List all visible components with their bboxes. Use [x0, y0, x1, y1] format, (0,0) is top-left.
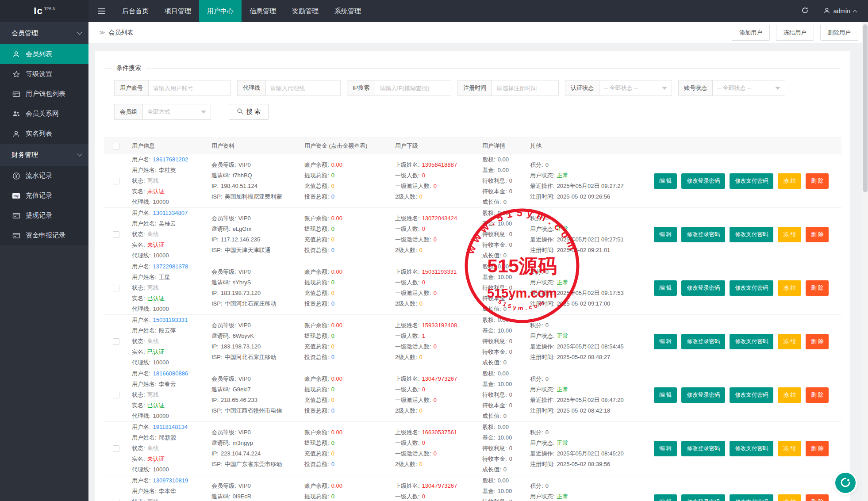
- freeze-button[interactable]: 冻 结: [778, 494, 801, 501]
- sidebar-item-user-wallets[interactable]: 用户钱包列表: [0, 84, 88, 104]
- change-login-password-button[interactable]: 修改登录密码: [681, 441, 725, 456]
- change-login-password-button[interactable]: 修改登录密码: [681, 173, 725, 189]
- balance-link[interactable]: 0.00: [331, 215, 342, 222]
- freeze-button[interactable]: 冻 结: [778, 334, 801, 349]
- change-pay-password-button[interactable]: 修改支付密码: [730, 334, 773, 349]
- row-checkbox[interactable]: [113, 445, 119, 452]
- cell-user-profile: 会员等级:VIP0 邀请码:sYhryS IP:183.198.73.120 I…: [208, 267, 301, 309]
- edit-button[interactable]: 编 辑: [654, 441, 677, 456]
- verify-status-select[interactable]: -- 全部状态 --: [599, 80, 672, 96]
- member-group-select[interactable]: 全部方式: [142, 104, 211, 120]
- balance-link[interactable]: 0.00: [331, 322, 342, 329]
- sidebar-item-recharge-records[interactable]: Pay 充值记录: [0, 186, 88, 206]
- sidebar-item-fund-declare-records[interactable]: 资金申报记录: [0, 226, 88, 245]
- freeze-button[interactable]: 冻 结: [778, 387, 801, 403]
- username-link[interactable]: 13011334807: [153, 210, 188, 216]
- username-link[interactable]: 13097310819: [153, 477, 188, 484]
- row-checkbox[interactable]: [113, 338, 119, 345]
- refresh-button[interactable]: [794, 0, 816, 22]
- username-link[interactable]: 18166080886: [153, 370, 188, 377]
- scrollbar-thumb[interactable]: [863, 24, 868, 192]
- change-pay-password-button[interactable]: 修改支付密码: [730, 441, 773, 456]
- row-checkbox[interactable]: [113, 499, 119, 501]
- paypal-badge-icon: Pay: [12, 191, 20, 200]
- floating-theme-button[interactable]: [835, 473, 856, 493]
- change-pay-password-button[interactable]: 修改支付密码: [730, 173, 773, 189]
- username-link[interactable]: 18617681202: [153, 156, 188, 163]
- freeze-button[interactable]: 冻 结: [778, 227, 801, 242]
- nav-item-dashboard[interactable]: 后台首页: [114, 0, 157, 22]
- freeze-user-button[interactable]: 冻结用户: [776, 25, 814, 41]
- user-account-input[interactable]: [148, 80, 231, 96]
- change-pay-password-button[interactable]: 修改支付密码: [730, 227, 773, 242]
- change-pay-password-button[interactable]: 修改支付密码: [730, 280, 773, 296]
- freeze-button[interactable]: 冻 结: [778, 280, 801, 296]
- balance-link[interactable]: 0.00: [331, 161, 342, 168]
- ip-search-input[interactable]: [375, 80, 451, 96]
- delete-button[interactable]: 删 除: [806, 173, 829, 189]
- delete-user-button[interactable]: 删除用户: [820, 25, 858, 41]
- change-pay-password-button[interactable]: 修改支付密码: [730, 387, 773, 403]
- username-link[interactable]: 19118148134: [153, 424, 188, 430]
- edit-button[interactable]: 编 辑: [654, 227, 677, 242]
- nav-item-rewards[interactable]: 奖励管理: [284, 0, 326, 22]
- sidebar-section-finance[interactable]: 财务管理: [0, 144, 88, 166]
- hamburger-menu-icon[interactable]: [88, 0, 114, 22]
- username-link[interactable]: 15031193331: [153, 317, 188, 323]
- row-checkbox[interactable]: [113, 392, 119, 398]
- sidebar-item-level-settings[interactable]: 等级设置: [0, 64, 88, 84]
- balance-link[interactable]: 0.00: [331, 375, 342, 382]
- balance-link[interactable]: 0.00: [331, 429, 342, 436]
- row-checkbox[interactable]: [113, 285, 119, 291]
- change-login-password-button[interactable]: 修改登录密码: [681, 387, 725, 403]
- register-time-input[interactable]: [492, 80, 559, 96]
- nav-item-user-center[interactable]: 用户中心: [199, 0, 242, 22]
- table-row: 用户名:13011334807 用户姓名:吴桂云 状态:离线 实名:未认证 代理…: [104, 208, 841, 261]
- verify-value: 已认证: [147, 295, 165, 302]
- change-login-password-button[interactable]: 修改登录密码: [681, 494, 725, 501]
- sidebar-item-member-list[interactable]: 会员列表: [0, 44, 88, 64]
- sidebar-section-member[interactable]: 会员管理: [0, 22, 88, 44]
- chevron-up-icon: [853, 10, 857, 14]
- balance-link[interactable]: 0.00: [331, 482, 342, 489]
- yen-circle-icon: [12, 172, 20, 180]
- account-status-select[interactable]: -- 全部状态 --: [712, 80, 785, 96]
- delete-button[interactable]: 删 除: [806, 441, 829, 456]
- balance-link[interactable]: 0.00: [331, 268, 342, 275]
- verify-value: 未认证: [147, 241, 165, 248]
- username-link[interactable]: 13722981378: [153, 263, 188, 270]
- admin-menu[interactable]: admin: [816, 0, 868, 22]
- edit-button[interactable]: 编 辑: [654, 173, 677, 189]
- edit-button[interactable]: 编 辑: [654, 494, 677, 501]
- freeze-button[interactable]: 冻 结: [778, 441, 801, 456]
- row-checkbox[interactable]: [113, 178, 119, 184]
- nav-item-system[interactable]: 系统管理: [326, 0, 369, 22]
- nav-item-projects[interactable]: 项目管理: [157, 0, 199, 22]
- edit-button[interactable]: 编 辑: [654, 387, 677, 403]
- cell-user-details: 股权:0.00 基金:10.00 待收利息:0 待收本金:0 成长值:0: [479, 475, 526, 501]
- filter-member-group: 会员组 全部方式: [114, 104, 211, 120]
- agent-line-input[interactable]: [265, 80, 341, 96]
- add-user-button[interactable]: 添加用户: [732, 25, 770, 41]
- row-checkbox[interactable]: [113, 231, 119, 238]
- delete-button[interactable]: 删 除: [806, 334, 829, 349]
- select-all-checkbox[interactable]: [113, 143, 119, 149]
- change-login-password-button[interactable]: 修改登录密码: [681, 227, 725, 242]
- delete-button[interactable]: 删 除: [806, 494, 829, 501]
- sidebar-item-realname-list[interactable]: 实名列表: [0, 124, 88, 144]
- cell-user-funds: 账户余额:0.00 提现总额:0 充值总额:0 投资总额:0: [301, 374, 392, 416]
- sidebar-item-flow-records[interactable]: 流水记录: [0, 166, 88, 186]
- edit-button[interactable]: 编 辑: [654, 280, 677, 296]
- search-button[interactable]: 搜 索: [229, 104, 269, 120]
- sidebar-item-withdraw-records[interactable]: 提现记录: [0, 206, 88, 226]
- delete-button[interactable]: 删 除: [806, 387, 829, 403]
- delete-button[interactable]: 删 除: [806, 227, 829, 242]
- nav-item-info[interactable]: 信息管理: [242, 0, 284, 22]
- freeze-button[interactable]: 冻 结: [778, 173, 801, 189]
- change-pay-password-button[interactable]: 修改支付密码: [730, 494, 773, 501]
- change-login-password-button[interactable]: 修改登录密码: [681, 280, 725, 296]
- delete-button[interactable]: 删 除: [806, 280, 829, 296]
- sidebar-item-member-network[interactable]: 会员关系网: [0, 104, 88, 124]
- edit-button[interactable]: 编 辑: [654, 334, 677, 349]
- change-login-password-button[interactable]: 修改登录密码: [681, 334, 725, 349]
